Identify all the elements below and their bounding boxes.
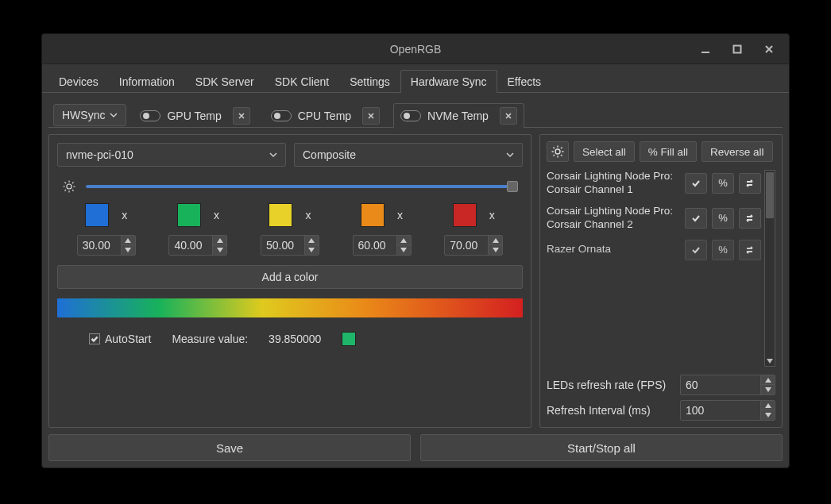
device-reverse-button[interactable] (739, 173, 761, 194)
reading-select[interactable]: Composite (294, 143, 523, 167)
spin-down-button[interactable] (304, 245, 319, 255)
measure-label: Measure value: (172, 333, 248, 345)
device-list-scrollbar[interactable] (764, 170, 775, 367)
tab-sdk-server[interactable]: SDK Server (185, 70, 265, 93)
device-percent-button[interactable]: % (712, 208, 734, 229)
color-stop: x (261, 203, 319, 256)
select-row: nvme-pci-010 Composite (57, 143, 523, 167)
x-label: x (305, 209, 311, 221)
subtab-close-button[interactable] (362, 107, 380, 125)
threshold-input[interactable] (354, 239, 396, 252)
color-swatch[interactable] (269, 203, 292, 227)
checkbox-icon (89, 333, 100, 344)
svg-point-1 (67, 184, 72, 189)
tab-settings[interactable]: Settings (339, 70, 400, 93)
app-window: OpenRGB Devices Information SDK Server S… (41, 33, 790, 468)
spin-up-button[interactable] (760, 375, 775, 385)
tab-sdk-client[interactable]: SDK Client (265, 70, 339, 93)
minimize-button[interactable] (690, 37, 721, 61)
color-swatch[interactable] (453, 203, 477, 227)
device-label: Corsair Lighting Node Pro: Corsair Chann… (547, 205, 680, 232)
brightness-all-button[interactable] (547, 141, 569, 162)
add-color-button[interactable]: Add a color (57, 265, 523, 289)
threshold-input[interactable] (78, 239, 121, 252)
spin-down-button[interactable] (488, 245, 502, 255)
sensor-select-value: nvme-pci-010 (66, 148, 133, 161)
fps-spinbox[interactable] (680, 375, 775, 395)
subtab-nvme-temp[interactable]: NVMe Temp (393, 103, 524, 128)
tab-hardware-sync[interactable]: Hardware Sync (400, 70, 497, 93)
subtab-close-button[interactable] (233, 107, 250, 125)
color-swatch[interactable] (361, 203, 385, 227)
fps-input[interactable] (681, 379, 760, 391)
tab-information[interactable]: Information (109, 70, 185, 93)
sensor-select[interactable]: nvme-pci-010 (57, 143, 286, 167)
select-all-button[interactable]: Select all (574, 141, 635, 162)
brightness-icon (551, 144, 565, 159)
right-header: Select all % Fill all Reverse all (547, 141, 775, 162)
spin-up-button[interactable] (488, 236, 502, 245)
subtab-close-button[interactable] (500, 107, 517, 125)
interval-spinbox[interactable] (680, 400, 775, 421)
device-label: Corsair Lighting Node Pro: Corsair Chann… (547, 170, 680, 197)
chevron-down-icon (506, 151, 514, 159)
threshold-input[interactable] (445, 239, 488, 252)
spin-down-button[interactable] (760, 410, 775, 420)
scrollbar-thumb[interactable] (766, 172, 774, 218)
subtab-label: NVMe Temp (427, 110, 489, 122)
spin-down-button[interactable] (121, 245, 135, 255)
spin-down-button[interactable] (212, 245, 226, 255)
interval-input[interactable] (681, 404, 760, 417)
reverse-all-button[interactable]: Reverse all (702, 141, 773, 162)
device-check-button[interactable] (685, 240, 707, 260)
left-panel: nvme-pci-010 Composite (48, 134, 531, 428)
close-button[interactable] (754, 37, 784, 61)
device-reverse-button[interactable] (739, 208, 761, 229)
threshold-spinbox[interactable] (168, 235, 227, 256)
threshold-spinbox[interactable] (77, 235, 136, 256)
scrollbar-down-icon (765, 356, 774, 366)
tab-devices[interactable]: Devices (48, 70, 109, 93)
color-stop: x (353, 203, 412, 256)
window-buttons (690, 34, 784, 63)
brightness-icon (62, 179, 76, 194)
device-check-button[interactable] (685, 208, 707, 229)
spin-down-button[interactable] (396, 245, 411, 255)
color-swatch[interactable] (85, 203, 109, 227)
hwsync-label: HWSync (62, 109, 105, 121)
brightness-slider[interactable] (86, 185, 518, 188)
autostart-checkbox[interactable]: AutoStart (89, 333, 151, 345)
save-button[interactable]: Save (48, 434, 411, 461)
color-swatch[interactable] (177, 203, 201, 227)
hwsync-dropdown[interactable]: HWSync (53, 104, 126, 126)
brightness-slider-wrap (86, 179, 518, 194)
fill-all-button[interactable]: % Fill all (640, 141, 697, 162)
brightness-row (57, 176, 523, 194)
tab-effects[interactable]: Effects (497, 70, 552, 93)
spin-up-button[interactable] (212, 236, 226, 245)
maximize-button[interactable] (722, 37, 752, 61)
threshold-input[interactable] (261, 239, 304, 252)
spin-up-button[interactable] (396, 236, 411, 245)
x-label: x (122, 209, 127, 221)
start-stop-all-button[interactable]: Start/Stop all (420, 434, 783, 461)
device-reverse-button[interactable] (739, 240, 761, 260)
color-stops: x x (57, 203, 523, 256)
device-percent-button[interactable]: % (712, 240, 734, 260)
bottom-buttons: Save Start/Stop all (48, 434, 783, 461)
device-check-button[interactable] (685, 173, 707, 194)
device-percent-button[interactable]: % (712, 173, 734, 194)
threshold-spinbox[interactable] (261, 235, 319, 256)
subtab-gpu-temp[interactable]: GPU Temp (133, 103, 257, 128)
content-area: HWSync GPU Temp CPU Temp NVMe Temp (42, 93, 789, 467)
window-title: OpenRGB (390, 43, 442, 56)
spin-up-button[interactable] (304, 236, 319, 245)
threshold-spinbox[interactable] (353, 235, 412, 256)
spin-up-button[interactable] (760, 401, 775, 410)
subtab-cpu-temp[interactable]: CPU Temp (264, 103, 387, 128)
spin-down-button[interactable] (760, 385, 775, 394)
interval-row: Refresh Interval (ms) (547, 400, 775, 421)
threshold-spinbox[interactable] (444, 235, 503, 256)
spin-up-button[interactable] (121, 236, 135, 245)
threshold-input[interactable] (169, 239, 212, 252)
